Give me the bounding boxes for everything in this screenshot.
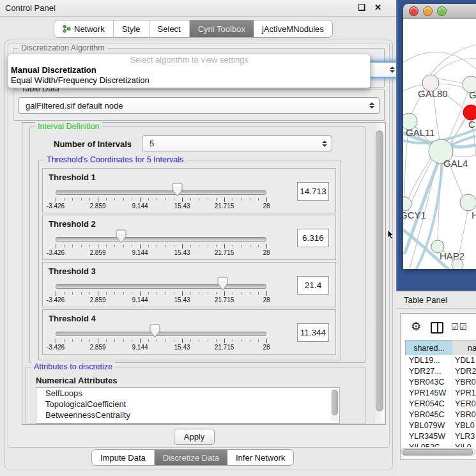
algorithm-group-label: Discretization Algorithm (19, 43, 107, 52)
table-data-selected-value: galFiltered.sif default node (26, 101, 123, 111)
threshold-2-slider[interactable]: -3.4262.8599.14415.4321.71528 (56, 229, 266, 257)
svg-text:GAL80: GAL80 (418, 88, 448, 99)
interval-definition-label: Interval Definition (35, 122, 102, 131)
table-panel-title: Table Panel (404, 295, 447, 305)
settings-scrollbar[interactable] (374, 123, 385, 423)
table-row[interactable]: YPR145WYPR1 (401, 388, 476, 399)
threshold-1-label: Threshold 1 (49, 173, 96, 182)
slider-thumb[interactable] (172, 183, 183, 197)
network-node-node-right-mid (460, 194, 476, 211)
threshold-3-row: Threshold 3 -3.4262.8599.14415.4321.7152… (42, 262, 336, 307)
number-of-intervals-combobox[interactable]: 5 (142, 135, 332, 151)
threshold-3-label: Threshold 3 (49, 266, 96, 276)
tab-style[interactable]: Style (114, 20, 150, 37)
scrollbar-thumb[interactable] (332, 390, 338, 415)
attributes-group-label: Attributes to discretize (31, 362, 115, 371)
list-item[interactable]: TopologicalCoefficient (36, 399, 339, 410)
list-scrollbar[interactable] (331, 389, 338, 421)
close-traffic-light[interactable] (409, 6, 418, 16)
threshold-4-row: Threshold 4 -3.4262.8599.14415.4321.7152… (42, 309, 336, 355)
table-row[interactable]: YBR043CYBR0 (401, 377, 476, 388)
network-node-GCY1 (403, 197, 411, 211)
combo-arrows-icon (322, 141, 327, 147)
number-of-intervals-label: Number of Intervals (54, 139, 132, 149)
network-canvas[interactable]: GAL80GCGAL11GAL4GCY1HHAP2 (403, 19, 476, 269)
table-rows: YDL19...YDL1 YDR27...YDR2 YBR043CYBR0 YP… (401, 355, 476, 447)
table-horizontal-scrollbar[interactable] (401, 448, 475, 456)
tab-network-label: Network (74, 24, 105, 34)
network-window-titlebar (403, 4, 476, 19)
threshold-4-label: Threshold 4 (49, 314, 96, 323)
threshold-1-value-field[interactable]: 14.713 (297, 182, 329, 201)
threshold-2-value-field[interactable]: 6.316 (297, 229, 329, 247)
minimize-traffic-light[interactable] (423, 6, 433, 16)
select-checkboxes-icon[interactable]: ☑☑ (451, 322, 475, 332)
combo-arrows-icon (369, 102, 374, 109)
dropdown-item-equal-width-frequency[interactable]: Equal Width/Frequency Discretization (8, 75, 370, 86)
numerical-attributes-list[interactable]: SelfLoops TopologicalCoefficient Between… (36, 387, 340, 424)
svg-text:H: H (472, 210, 476, 220)
svg-text:C: C (468, 119, 475, 130)
tab-discretize-data[interactable]: Discretize Data (155, 450, 227, 465)
scrollbar-thumb[interactable] (376, 130, 383, 411)
table-settings-gear-icon[interactable]: ⚙ (411, 321, 421, 332)
tab-infer-network[interactable]: Infer Network (227, 450, 293, 465)
svg-text:GCY1: GCY1 (403, 210, 426, 220)
threshold-4-value-field[interactable]: 11.344 (297, 323, 329, 342)
tab-cyni-toolbox[interactable]: Cyni Toolbox (190, 20, 254, 37)
threshold-3-slider[interactable]: -3.4262.8599.14415.4321.71528 (56, 277, 266, 305)
tab-impute-data[interactable]: Impute Data (92, 450, 155, 465)
table-row[interactable]: YLR345WYLR3 (401, 431, 476, 442)
table-row[interactable]: YIL052CYIL0 (401, 442, 476, 447)
svg-text:GAL11: GAL11 (406, 127, 435, 138)
threshold-3-value-field[interactable]: 21.4 (297, 276, 329, 295)
table-row[interactable]: YDR27...YDR2 (401, 366, 476, 377)
numerical-attributes-label: Numerical Attributes (36, 376, 117, 385)
list-item[interactable]: BetweennessCentrality (36, 410, 339, 420)
mouse-cursor (387, 230, 394, 240)
network-icon (63, 24, 71, 33)
table-data-combobox[interactable]: galFiltered.sif default node (18, 97, 380, 114)
bottom-tabs: Impute Data Discretize Data Infer Networ… (91, 449, 294, 466)
network-node-node-bottom-partial (452, 259, 463, 269)
slider-thumb[interactable] (116, 229, 127, 243)
table-panel-titlebar: Table Panel (396, 291, 476, 309)
table-row[interactable]: YER054CYER0 (401, 399, 476, 410)
dropdown-item-manual-discretization[interactable]: Manual Discretization (8, 65, 370, 75)
tab-jactivemnodules[interactable]: jActiveMNodules (254, 20, 332, 37)
tab-network[interactable]: Network (54, 20, 114, 37)
table-row[interactable]: YDL19...YDL1 (401, 355, 476, 366)
apply-button[interactable]: Apply (174, 429, 215, 445)
threshold-4-slider[interactable]: -3.4262.8599.14415.4321.71528 (56, 324, 266, 352)
slider-thumb[interactable] (217, 277, 228, 291)
threshold-1-row: Threshold 1 -3.4262.8599.14415.4321.7152… (42, 168, 336, 213)
float-window-icon[interactable]: ❑ (358, 3, 365, 13)
dropdown-placeholder-item[interactable]: Select algorithm to view settings (8, 54, 370, 65)
screen: Control Panel ❑ ✕ Network Style Select C… (0, 0, 476, 476)
number-of-intervals-value: 5 (150, 139, 154, 148)
column-visibility-icon[interactable] (431, 322, 443, 334)
threshold-2-row: Threshold 2 -3.4262.8599.14415.4321.7152… (42, 215, 336, 260)
close-icon[interactable]: ✕ (374, 3, 381, 13)
tab-select[interactable]: Select (150, 20, 190, 37)
svg-text:G: G (469, 89, 476, 100)
slider-thumb[interactable] (150, 324, 160, 338)
network-node-node-selected-red (463, 105, 476, 120)
threshold-2-label: Threshold 2 (49, 219, 96, 229)
control-panel-tabs: Network Style Select Cyni Toolbox jActiv… (54, 20, 333, 38)
column-header-name[interactable]: na (452, 340, 476, 357)
algorithm-dropdown-popup: Select algorithm to view settings Manual… (8, 54, 371, 88)
panel-title: Control Panel (5, 3, 56, 13)
control-panel-titlebar: Control Panel ❑ ✕ (0, 0, 396, 17)
thresholds-group-label: Threshold's Coordinates for 5 Intervals (44, 155, 186, 164)
table-row[interactable]: YBR045CYBR0 (401, 410, 476, 420)
combo-arrows-icon (390, 66, 395, 73)
list-item[interactable]: SelfLoops (36, 388, 339, 399)
column-header-shared-name[interactable]: shared... (405, 340, 453, 357)
svg-text:GAL4: GAL4 (443, 158, 468, 169)
table-row[interactable]: YBL079WYBL0 (401, 420, 476, 431)
scrollbar-thumb[interactable] (403, 449, 473, 456)
zoom-traffic-light[interactable] (437, 6, 447, 16)
threshold-1-slider[interactable]: -3.4262.8599.14415.4321.71528 (56, 183, 266, 211)
network-view-window[interactable]: GAL80GCGAL11GAL4GCY1HHAP2 (403, 4, 476, 269)
